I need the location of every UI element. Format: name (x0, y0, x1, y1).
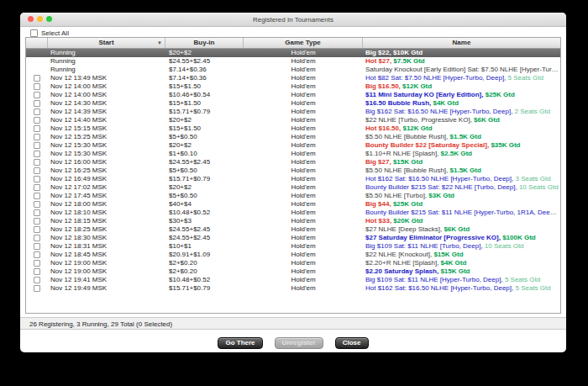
row-buyin: $24.55+$2.45 (165, 57, 244, 66)
row-name: $11 Mini Saturday KO [Early Edition], $2… (363, 91, 560, 99)
row-checkbox[interactable] (34, 159, 40, 166)
row-name-part: $5.50 NLHE [Bubble Rush], (365, 167, 450, 174)
tournament-row[interactable]: Nov 12 16:49 MSK$15.71+$0.79Hold'emHot $… (26, 175, 560, 183)
row-name: $22 NLHE [Turbo, Progressive KO], $6K Gt… (363, 116, 560, 124)
header-buyin[interactable]: Buy-in (165, 38, 244, 48)
row-checkbox[interactable] (34, 108, 40, 115)
row-checkbox[interactable] (34, 209, 40, 216)
row-game-type: Hold'em (244, 234, 363, 242)
tournament-row[interactable]: Nov 12 15:25 MSK$5+$0.50Hold'em$5.50 NLH… (26, 133, 560, 141)
tournament-row[interactable]: Nov 12 14:40 MSK$20+$2Hold'em$22 NLHE [T… (26, 116, 560, 124)
tournament-row[interactable]: Nov 12 16:00 MSK$24.55+$2.45Hold'emBig $… (26, 158, 560, 167)
tournament-row[interactable]: Nov 12 18:31 MSK$10+$1Hold'emBig $109 Sa… (26, 242, 560, 251)
row-game-type: Hold'em (244, 167, 363, 175)
row-checkbox-cell (26, 124, 48, 133)
row-name-part: $12K Gtd (402, 124, 432, 132)
row-start: Nov 12 14:39 MSK (48, 108, 165, 116)
row-checkbox[interactable] (34, 277, 40, 283)
row-checkbox-cell (26, 175, 48, 183)
close-dialog-button[interactable]: Close (335, 337, 369, 349)
row-checkbox[interactable] (34, 243, 40, 250)
tournament-row[interactable]: Nov 12 19:00 MSK$2+$0.20Hold'em$2.20+R N… (26, 259, 560, 267)
row-name-part: $1.10+R NLHE [Splash], (365, 150, 441, 157)
row-checkbox[interactable] (34, 83, 40, 90)
row-checkbox[interactable] (34, 235, 40, 241)
row-name-part: $25K Gtd (393, 200, 423, 208)
row-name-part: $15K Gtd (440, 267, 470, 275)
row-start: Nov 12 19:49 MSK (48, 284, 165, 293)
row-name-part: $35K Gtd (491, 141, 520, 149)
tournament-row[interactable]: Nov 12 18:45 MSK$20.91+$1.09Hold'em$22 N… (26, 251, 560, 259)
row-checkbox[interactable] (34, 167, 40, 174)
row-name: $27 Saturday Eliminator [Progressive KO]… (363, 234, 560, 242)
row-buyin: $15+$1.50 (165, 82, 244, 91)
tournament-row[interactable]: Nov 12 14:00 MSK$10.46+$0.54Hold'em$11 M… (26, 91, 560, 99)
row-checkbox[interactable] (34, 218, 40, 225)
tournament-row[interactable]: Nov 12 19:49 MSK$15.71+$0.79Hold'emHot $… (26, 284, 560, 293)
go-there-button[interactable]: Go There (218, 337, 262, 349)
select-all-checkbox[interactable] (30, 29, 38, 37)
row-name-part: 10 Seats Gtd (485, 242, 524, 250)
row-checkbox[interactable] (34, 184, 40, 191)
row-start: Nov 12 17:02 MSK (48, 183, 165, 192)
row-checkbox[interactable] (34, 92, 40, 98)
row-checkbox[interactable] (34, 125, 40, 132)
tournament-row[interactable]: Nov 12 18:10 MSK$10.48+$0.52Hold'emBount… (26, 209, 560, 217)
row-checkbox[interactable] (34, 226, 40, 233)
row-checkbox[interactable] (34, 251, 40, 258)
tournament-row[interactable]: Nov 12 17:45 MSK$5+$0.50Hold'em$5.50 NLH… (26, 192, 560, 200)
titlebar[interactable]: Registered In Tournaments (20, 13, 566, 27)
row-name-part: $100K Gtd (502, 234, 536, 241)
tournament-row[interactable]: Nov 12 19:00 MSK$2+$0.20Hold'em$2.20 Sat… (26, 267, 560, 276)
row-checkbox[interactable] (34, 142, 40, 149)
row-checkbox[interactable] (34, 75, 40, 82)
header-game-type[interactable]: Game Type (244, 38, 363, 48)
tournament-row[interactable]: Nov 12 16:25 MSK$5+$0.50Hold'em$5.50 NLH… (26, 167, 560, 175)
row-name-part: Hot $162 Sat: $16.50 NLHE [Hyper-Turbo, … (365, 175, 515, 182)
row-start: Nov 12 15:15 MSK (48, 124, 165, 133)
row-game-type: Hold'em (244, 116, 363, 124)
tournament-row[interactable]: Nov 12 13:49 MSK$7.14+$0.36Hold'emHot $8… (26, 74, 560, 82)
row-checkbox[interactable] (34, 268, 40, 275)
tournament-row[interactable]: Nov 12 15:15 MSK$15+$1.50Hold'emHot $16.… (26, 124, 560, 133)
tournament-row[interactable]: Nov 12 18:00 MSK$40+$4Hold'emBig $44, $2… (26, 200, 560, 209)
tournament-row[interactable]: Nov 12 18:15 MSK$30+$3Hold'emHot $33, $2… (26, 217, 560, 225)
tournament-row[interactable]: Nov 12 17:02 MSK$20+$2Hold'emBounty Buil… (26, 183, 560, 192)
header-checkbox-column[interactable] (26, 38, 48, 48)
tournament-row[interactable]: Nov 12 18:25 MSK$24.55+$2.45Hold'em$27 N… (26, 225, 560, 234)
tournament-row[interactable]: Nov 12 15:30 MSK$20+$2Hold'emBounty Buil… (26, 141, 560, 150)
row-checkbox[interactable] (34, 193, 40, 199)
header-name[interactable]: Name (363, 38, 560, 48)
row-checkbox[interactable] (34, 134, 40, 140)
tournament-row[interactable]: Nov 12 14:39 MSK$15.71+$0.79Hold'emBig $… (26, 108, 560, 116)
row-name: Big $109 Sat: $11 NLHE [Hyper-Turbo, Dee… (363, 276, 560, 284)
row-checkbox[interactable] (34, 100, 40, 107)
row-checkbox[interactable] (34, 117, 40, 124)
tournament-row[interactable]: Nov 12 18:30 MSK$24.55+$2.45Hold'em$27 S… (26, 234, 560, 242)
row-checkbox-cell (26, 82, 48, 91)
row-game-type: Hold'em (244, 209, 363, 217)
tournament-row[interactable]: Nov 12 14:00 MSK$15+$1.50Hold'emBig $16.… (26, 82, 560, 91)
tournament-row[interactable]: Running$7.14+$0.36Hold'emSaturday Knocko… (26, 66, 560, 74)
row-checkbox[interactable] (34, 260, 40, 267)
row-game-type: Hold'em (244, 91, 363, 99)
tournament-row[interactable]: Running$20+$2Hold'emBig $22, $10K Gtd (26, 49, 560, 57)
tournaments-table: Start ▼ Buy-in Game Type Name Running$20… (25, 37, 561, 314)
row-name-part: $27 NLHE [Deep Stacks], (365, 225, 444, 233)
tournament-row[interactable]: Nov 12 19:41 MSK$10.48+$0.52Hold'emBig $… (26, 276, 560, 284)
row-checkbox[interactable] (34, 151, 40, 157)
row-name-part: $5.50 NLHE [Bubble Rush], (365, 133, 450, 140)
row-name-part: $2.20 Saturday Splash, (365, 267, 440, 275)
row-game-type: Hold'em (244, 124, 363, 133)
row-checkbox[interactable] (34, 285, 40, 292)
tournament-row[interactable]: Nov 12 14:30 MSK$15+$1.50Hold'em$16.50 B… (26, 99, 560, 108)
row-game-type: Hold'em (244, 82, 363, 91)
header-start[interactable]: Start ▼ (48, 38, 165, 48)
row-checkbox-cell (26, 267, 48, 276)
tournament-row[interactable]: Nov 12 15:30 MSK$1+$0.10Hold'em$1.10+R N… (26, 150, 560, 158)
row-name: $1.10+R NLHE [Splash], $2.5K Gtd (363, 150, 560, 158)
unregister-button[interactable]: Unregister (275, 337, 323, 349)
row-checkbox[interactable] (34, 201, 40, 208)
tournament-row[interactable]: Running$24.55+$2.45Hold'emHot $27, $7.5K… (26, 57, 560, 66)
row-checkbox[interactable] (34, 176, 40, 182)
